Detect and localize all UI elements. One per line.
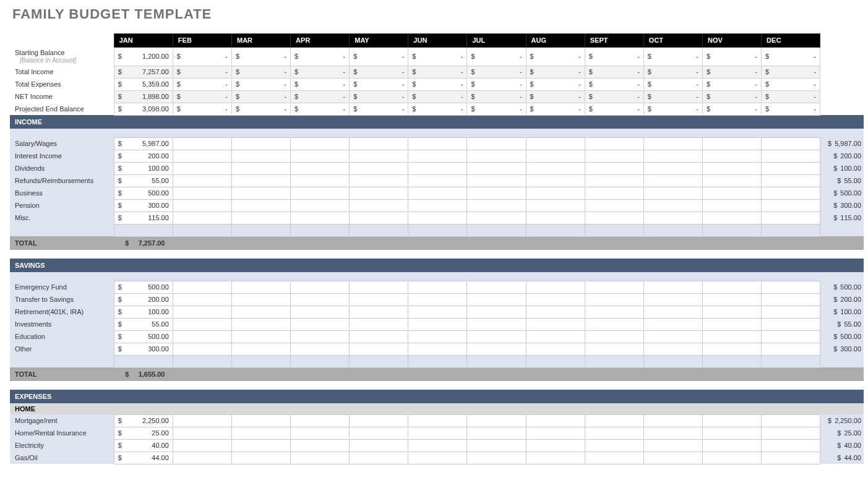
summary-cell[interactable]: $- [291, 90, 350, 103]
data-cell[interactable] [762, 150, 820, 162]
data-cell[interactable] [643, 318, 702, 330]
data-cell[interactable] [702, 306, 761, 318]
summary-cell[interactable]: $- [291, 103, 350, 115]
summary-cell[interactable]: $- [467, 47, 526, 66]
data-cell[interactable] [762, 162, 820, 174]
data-cell[interactable] [173, 343, 231, 355]
summary-cell[interactable]: $- [350, 90, 408, 103]
summary-cell[interactable]: $- [702, 66, 761, 78]
data-cell[interactable] [291, 281, 350, 293]
data-cell[interactable]: $115.00 [114, 212, 173, 224]
data-cell[interactable] [350, 150, 408, 162]
summary-cell[interactable]: $- [702, 90, 761, 103]
data-cell[interactable] [643, 187, 702, 199]
data-cell[interactable] [408, 330, 467, 343]
data-cell[interactable] [762, 281, 820, 293]
data-cell[interactable] [231, 199, 290, 212]
data-cell[interactable] [585, 355, 643, 367]
data-cell[interactable] [408, 427, 467, 439]
data-cell[interactable] [350, 306, 408, 318]
data-cell[interactable] [585, 212, 643, 224]
data-cell[interactable]: $300.00 [114, 343, 173, 355]
summary-cell[interactable]: $- [173, 103, 231, 115]
data-cell[interactable] [526, 293, 585, 306]
data-cell[interactable] [643, 452, 702, 464]
summary-cell[interactable]: $- [408, 66, 467, 78]
data-cell[interactable] [173, 414, 231, 427]
data-cell[interactable] [762, 414, 820, 427]
data-cell[interactable] [408, 306, 467, 318]
data-cell[interactable] [585, 137, 643, 150]
summary-cell[interactable]: $- [762, 47, 820, 66]
data-cell[interactable] [291, 212, 350, 224]
data-cell[interactable] [467, 343, 526, 355]
data-cell[interactable] [643, 137, 702, 150]
data-cell[interactable] [173, 330, 231, 343]
data-cell[interactable] [173, 452, 231, 464]
data-cell[interactable] [350, 439, 408, 452]
data-cell[interactable]: $2,250.00 [114, 414, 173, 427]
data-cell[interactable] [467, 187, 526, 199]
data-cell[interactable] [173, 427, 231, 439]
data-cell[interactable] [291, 174, 350, 187]
summary-cell[interactable]: $- [467, 90, 526, 103]
data-cell[interactable] [173, 306, 231, 318]
data-cell[interactable] [231, 452, 290, 464]
summary-cell[interactable]: $- [350, 47, 408, 66]
data-cell[interactable] [467, 137, 526, 150]
data-cell[interactable] [350, 343, 408, 355]
data-cell[interactable] [585, 199, 643, 212]
data-cell[interactable] [408, 414, 467, 427]
data-cell[interactable] [702, 212, 761, 224]
data-cell[interactable] [702, 355, 761, 367]
data-cell[interactable] [585, 150, 643, 162]
data-cell[interactable] [467, 224, 526, 236]
data-cell[interactable] [408, 439, 467, 452]
data-cell[interactable] [762, 318, 820, 330]
data-cell[interactable] [173, 174, 231, 187]
data-cell[interactable] [291, 293, 350, 306]
data-cell[interactable] [643, 212, 702, 224]
data-cell[interactable] [231, 427, 290, 439]
data-cell[interactable] [702, 318, 761, 330]
data-cell[interactable] [173, 199, 231, 212]
summary-cell[interactable]: $- [643, 78, 702, 90]
data-cell[interactable] [173, 281, 231, 293]
data-cell[interactable] [231, 439, 290, 452]
data-cell[interactable] [173, 293, 231, 306]
data-cell[interactable] [350, 330, 408, 343]
data-cell[interactable]: $55.00 [114, 318, 173, 330]
data-cell[interactable] [231, 150, 290, 162]
data-cell[interactable] [643, 224, 702, 236]
data-cell[interactable] [173, 212, 231, 224]
data-cell[interactable]: $200.00 [114, 150, 173, 162]
data-cell[interactable] [526, 137, 585, 150]
data-cell[interactable] [526, 427, 585, 439]
data-cell[interactable] [762, 137, 820, 150]
data-cell[interactable] [408, 293, 467, 306]
data-cell[interactable] [467, 199, 526, 212]
data-cell[interactable] [408, 212, 467, 224]
data-cell[interactable] [702, 439, 761, 452]
data-cell[interactable] [643, 439, 702, 452]
data-cell[interactable] [173, 187, 231, 199]
data-cell[interactable] [350, 414, 408, 427]
summary-cell[interactable]: $- [231, 90, 290, 103]
data-cell[interactable] [350, 355, 408, 367]
data-cell[interactable] [526, 306, 585, 318]
summary-cell[interactable]: $- [291, 78, 350, 90]
data-cell[interactable] [467, 174, 526, 187]
summary-cell[interactable]: $- [231, 66, 290, 78]
data-cell[interactable] [526, 212, 585, 224]
summary-cell[interactable]: $- [350, 66, 408, 78]
data-cell[interactable] [350, 162, 408, 174]
data-cell[interactable] [231, 174, 290, 187]
summary-cell[interactable]: $- [173, 66, 231, 78]
data-cell[interactable] [350, 224, 408, 236]
data-cell[interactable] [408, 150, 467, 162]
data-cell[interactable] [350, 174, 408, 187]
summary-cell[interactable]: $- [173, 47, 231, 66]
data-cell[interactable] [467, 414, 526, 427]
data-cell[interactable] [467, 212, 526, 224]
data-cell[interactable]: $100.00 [114, 162, 173, 174]
